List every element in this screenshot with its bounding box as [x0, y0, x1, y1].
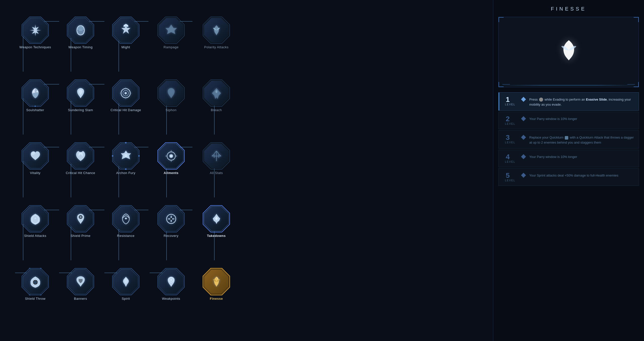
level-1-diamond — [521, 97, 526, 102]
svg-point-47 — [37, 106, 38, 107]
label-weapon-timing: Weapon Timing — [68, 45, 93, 50]
level-2-desc: Your Parry window is 10% longer — [529, 115, 635, 121]
level-1-label: LEVEL — [505, 103, 515, 106]
node-finesse[interactable]: Finesse — [204, 269, 229, 301]
label-banners: Banners — [74, 297, 87, 301]
level-divider-4 — [499, 150, 499, 167]
node-recovery[interactable]: Recovery — [158, 206, 184, 238]
cell-weakpoints: Weakpoints — [148, 262, 194, 324]
node-soulshatter[interactable]: Soulshatter — [23, 80, 48, 112]
cell-weapon-timing: Weapon Timing — [58, 10, 103, 73]
level-4-number: 4 — [506, 153, 515, 160]
level-list: 1 LEVEL Press while Evading to perform a… — [493, 92, 644, 341]
level-5-label: LEVEL — [505, 179, 515, 182]
label-breach: Breach — [211, 108, 222, 112]
node-shield-attacks[interactable]: Shield Attacks — [23, 206, 48, 238]
svg-point-49 — [36, 91, 38, 92]
label-recovery: Recovery — [164, 234, 179, 238]
node-weakpoints[interactable]: Weakpoints — [158, 269, 184, 301]
svg-marker-42 — [165, 24, 177, 34]
level-1-number-col: 1 LEVEL — [503, 96, 518, 106]
label-finesse: Finesse — [210, 297, 223, 301]
skill-preview — [498, 17, 639, 87]
node-critical-hit-chance[interactable]: Critical Hit Chance — [66, 143, 95, 175]
cell-siphon: Siphon — [148, 73, 194, 136]
node-spirit[interactable]: Spirit — [113, 269, 138, 301]
node-rampage[interactable]: Rampage — [158, 18, 184, 50]
level-5-number: 5 — [506, 172, 515, 179]
level-3-number-col: 3 LEVEL — [503, 134, 518, 144]
label-critical-hit-chance: Critical Hit Chance — [66, 171, 95, 175]
svg-point-54 — [125, 92, 127, 94]
corner-decoration-tl — [499, 17, 504, 22]
level-2-number: 2 — [506, 115, 515, 122]
label-weakpoints: Weakpoints — [162, 297, 180, 301]
node-resistance[interactable]: Resistance — [113, 206, 138, 238]
right-panel: FINESSE 1 LEVEL — [493, 0, 644, 341]
level-2-label: LEVEL — [505, 122, 515, 125]
quickturn-icon — [565, 136, 568, 140]
svg-point-45 — [34, 106, 36, 107]
level-4-number-col: 4 LEVEL — [503, 153, 518, 163]
label-siphon: Siphon — [166, 108, 176, 112]
label-critical-hit-damage: Critical Hit Damage — [110, 108, 141, 112]
node-critical-hit-damage[interactable]: Critical Hit Damage — [110, 80, 141, 112]
preview-bottom-right — [627, 84, 635, 84]
cell-shield-attacks: Shield Attacks — [13, 199, 58, 262]
label-shield-throw: Shield Throw — [25, 297, 46, 301]
cell-sundering-slam: Sundering Slam — [58, 73, 103, 136]
node-shield-prime[interactable]: Shield Prime — [68, 206, 93, 238]
level-entry-1[interactable]: 1 LEVEL Press while Evading to perform a… — [498, 92, 639, 111]
node-ailments[interactable]: Ailments — [158, 143, 184, 175]
svg-point-48 — [33, 91, 34, 92]
svg-point-62 — [112, 155, 113, 157]
svg-point-74 — [79, 216, 82, 218]
level-entry-5[interactable]: 5 LEVEL Your Sprint attacks deal +50% da… — [498, 168, 639, 186]
node-vitality[interactable]: Vitality — [23, 143, 48, 175]
cell-finesse: Finesse — [194, 262, 239, 324]
cell-takedowns: Takedowns — [194, 199, 239, 262]
label-weapon-techniques: Weapon Techniques — [19, 45, 51, 50]
node-siphon[interactable]: Siphon — [158, 80, 184, 112]
cell-spirit: Spirit — [103, 262, 148, 324]
node-breach[interactable]: Breach — [204, 80, 229, 112]
label-takedowns: Takedowns — [207, 234, 226, 238]
level-divider-2 — [499, 112, 499, 129]
level-4-desc: Your Parry window is 10% longer — [529, 153, 635, 159]
svg-point-69 — [170, 155, 172, 157]
corner-decoration-bl — [499, 82, 504, 87]
label-archon-fury: Archon Fury — [116, 171, 135, 175]
svg-point-61 — [138, 155, 140, 157]
cell-weapon-techniques: Weapon Techniques — [13, 10, 58, 73]
node-banners[interactable]: Banners — [68, 269, 93, 301]
label-sundering-slam: Sundering Slam — [68, 108, 93, 112]
preview-bottom-left — [502, 84, 510, 84]
level-entry-2[interactable]: 2 LEVEL Your Parry window is 10% longer — [498, 112, 639, 129]
node-polarity-attacks[interactable]: Polarity Attacks — [204, 18, 229, 50]
cell-all-stats: All Stats — [194, 136, 239, 199]
node-takedowns[interactable]: Takedowns — [204, 206, 229, 238]
node-shield-throw[interactable]: Shield Throw — [23, 269, 48, 301]
level-3-desc: Replace your Quickturn with a Quickturn … — [529, 134, 635, 145]
label-all-stats: All Stats — [210, 171, 223, 175]
node-might[interactable]: Might — [113, 18, 138, 50]
node-archon-fury[interactable]: Archon Fury — [113, 143, 138, 175]
label-might: Might — [122, 45, 130, 50]
label-vitality: Vitality — [30, 171, 41, 175]
label-ailments: Ailments — [164, 171, 179, 175]
level-divider-1 — [499, 93, 499, 110]
cell-recovery: Recovery — [148, 199, 194, 262]
node-sundering-slam[interactable]: Sundering Slam — [68, 80, 93, 112]
level-entry-4[interactable]: 4 LEVEL Your Parry window is 10% longer — [498, 150, 639, 167]
node-weapon-timing[interactable]: Weapon Timing — [68, 18, 93, 50]
node-all-stats[interactable]: All Stats — [204, 143, 229, 175]
cell-polarity-attacks: Polarity Attacks — [194, 10, 239, 73]
cell-breach: Breach — [194, 73, 239, 136]
node-weapon-techniques[interactable]: Weapon Techniques — [19, 18, 51, 50]
level-5-desc: Your Sprint attacks deal +50% damage to … — [529, 172, 635, 178]
label-resistance: Resistance — [117, 234, 134, 238]
level-1-desc: Press while Evading to perform an Evasiv… — [529, 96, 635, 107]
cell-banners: Banners — [58, 262, 103, 324]
label-spirit: Spirit — [122, 297, 130, 301]
level-entry-3[interactable]: 3 LEVEL Replace your Quickturn with a Qu… — [498, 130, 639, 149]
